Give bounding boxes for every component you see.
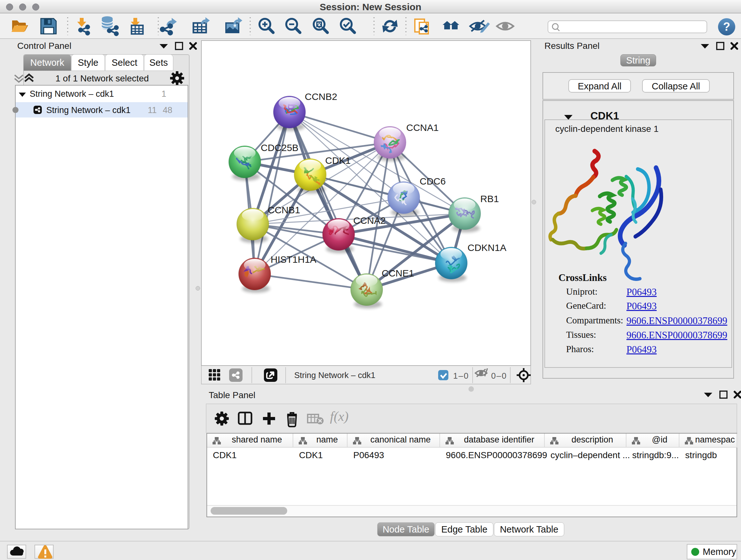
svg-text:CDK1: CDK1: [325, 155, 351, 166]
svg-text:CCNA1: CCNA1: [406, 122, 439, 133]
svg-text:HIST1H1A: HIST1H1A: [271, 254, 316, 265]
svg-text:CCNE1: CCNE1: [382, 268, 414, 278]
svg-text:RB1: RB1: [480, 193, 499, 204]
svg-text:CDC6: CDC6: [420, 176, 446, 186]
svg-text:CCNB2: CCNB2: [305, 91, 337, 102]
svg-text:CCNA2: CCNA2: [353, 215, 386, 226]
svg-text:CDC25B: CDC25B: [261, 142, 298, 153]
svg-text:CCNB1: CCNB1: [268, 205, 300, 215]
svg-text:CDKN1A: CDKN1A: [468, 242, 507, 253]
